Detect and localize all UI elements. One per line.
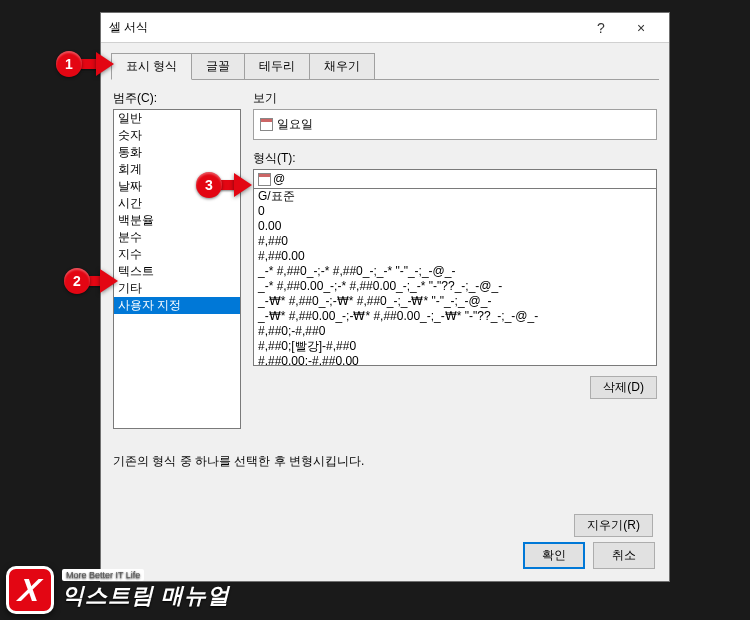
type-label: 형식(T): bbox=[253, 150, 657, 167]
category-item[interactable]: 통화 bbox=[114, 144, 240, 161]
format-item[interactable]: #,##0 bbox=[254, 234, 656, 249]
category-item[interactable]: 일반 bbox=[114, 110, 240, 127]
annotation-marker-2: 2 bbox=[64, 268, 90, 294]
category-item[interactable]: 기타 bbox=[114, 280, 240, 297]
brand-text: More Better IT Life 익스트림 매뉴얼 bbox=[62, 569, 230, 611]
tab-bar: 표시 형식 글꼴 테두리 채우기 bbox=[111, 53, 659, 80]
category-item[interactable]: 숫자 bbox=[114, 127, 240, 144]
format-item[interactable]: 0.00 bbox=[254, 219, 656, 234]
preview-box: 일요일 bbox=[253, 109, 657, 140]
format-listbox[interactable]: G/표준00.00#,##0#,##0.00_-* #,##0_-;-* #,#… bbox=[253, 188, 657, 366]
cell-format-dialog: 셀 서식 ? × 표시 형식 글꼴 테두리 채우기 범주(C): 일반숫자통화회… bbox=[100, 12, 670, 582]
settings-column: 보기 일요일 형식(T): @ G/표준00.00#,##0#,##0.00_-… bbox=[253, 90, 657, 429]
category-item[interactable]: 회계 bbox=[114, 161, 240, 178]
format-item[interactable]: #,##0.00 bbox=[254, 249, 656, 264]
calendar-icon bbox=[260, 118, 273, 131]
category-listbox[interactable]: 일반숫자통화회계날짜시간백분율분수지수텍스트기타사용자 지정 bbox=[113, 109, 241, 429]
clear-button[interactable]: 지우기(R) bbox=[574, 514, 653, 537]
category-item[interactable]: 시간 bbox=[114, 195, 240, 212]
tab-font[interactable]: 글꼴 bbox=[191, 53, 245, 79]
help-text: 기존의 형식 중 하나를 선택한 후 변형시킵니다. bbox=[113, 453, 657, 470]
brand-logo: X More Better IT Life 익스트림 매뉴얼 bbox=[6, 566, 230, 614]
format-item[interactable]: #,##0;-#,##0 bbox=[254, 324, 656, 339]
category-item[interactable]: 사용자 지정 bbox=[114, 297, 240, 314]
tab-border[interactable]: 테두리 bbox=[244, 53, 310, 79]
format-item[interactable]: _-₩* #,##0.00_-;-₩* #,##0.00_-;_-₩* "-"?… bbox=[254, 309, 656, 324]
close-button[interactable]: × bbox=[621, 14, 661, 42]
calendar-icon bbox=[258, 173, 271, 186]
delete-button-row: 삭제(D) bbox=[253, 376, 657, 399]
brand-name: 익스트림 매뉴얼 bbox=[62, 581, 230, 611]
type-input[interactable]: @ bbox=[253, 169, 657, 189]
preview-value: 일요일 bbox=[277, 116, 313, 133]
brand-logo-glyph: X bbox=[17, 572, 44, 609]
format-item[interactable]: _-₩* #,##0_-;-₩* #,##0_-;_-₩* "-"_-;_-@_… bbox=[254, 294, 656, 309]
category-item[interactable]: 백분율 bbox=[114, 212, 240, 229]
category-item[interactable]: 지수 bbox=[114, 246, 240, 263]
type-value: @ bbox=[273, 172, 285, 186]
cancel-button[interactable]: 취소 bbox=[593, 542, 655, 569]
category-item[interactable]: 텍스트 bbox=[114, 263, 240, 280]
format-item[interactable]: G/표준 bbox=[254, 189, 656, 204]
format-item[interactable]: #,##0;[빨강]-#,##0 bbox=[254, 339, 656, 354]
format-item[interactable]: 0 bbox=[254, 204, 656, 219]
dialog-action-buttons: 확인 취소 bbox=[523, 542, 655, 569]
format-item[interactable]: _-* #,##0_-;-* #,##0_-;_-* "-"_-;_-@_- bbox=[254, 264, 656, 279]
category-item[interactable]: 분수 bbox=[114, 229, 240, 246]
format-item[interactable]: #,##0.00;-#,##0.00 bbox=[254, 354, 656, 366]
titlebar: 셀 서식 ? × bbox=[101, 13, 669, 43]
annotation-marker-1: 1 bbox=[56, 51, 82, 77]
clear-button-row: 지우기(R) bbox=[574, 514, 653, 537]
dialog-content: 범주(C): 일반숫자통화회계날짜시간백분율분수지수텍스트기타사용자 지정 보기… bbox=[101, 80, 669, 439]
category-label: 범주(C): bbox=[113, 90, 241, 107]
dialog-title: 셀 서식 bbox=[109, 19, 581, 36]
ok-button[interactable]: 확인 bbox=[523, 542, 585, 569]
annotation-marker-3: 3 bbox=[196, 172, 222, 198]
brand-logo-icon: X bbox=[6, 566, 54, 614]
help-button[interactable]: ? bbox=[581, 14, 621, 42]
tab-number-format[interactable]: 표시 형식 bbox=[111, 53, 192, 80]
preview-label: 보기 bbox=[253, 90, 657, 107]
delete-button[interactable]: 삭제(D) bbox=[590, 376, 657, 399]
category-column: 범주(C): 일반숫자통화회계날짜시간백분율분수지수텍스트기타사용자 지정 bbox=[113, 90, 241, 429]
tab-fill[interactable]: 채우기 bbox=[309, 53, 375, 79]
brand-tagline: More Better IT Life bbox=[62, 569, 144, 581]
format-item[interactable]: _-* #,##0.00_-;-* #,##0.00_-;_-* "-"??_-… bbox=[254, 279, 656, 294]
